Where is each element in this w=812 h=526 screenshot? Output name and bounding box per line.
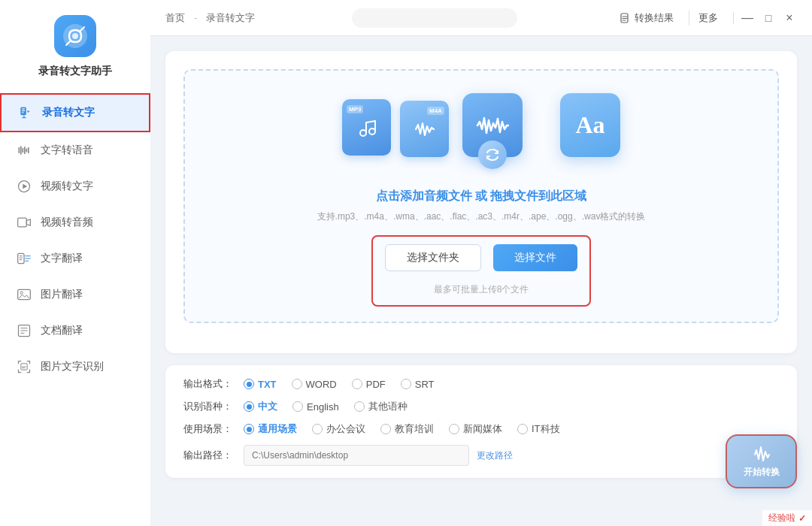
topbar-right: 转换结果 更多 — □ × [614, 8, 797, 28]
scene-it[interactable]: IT科技 [517, 422, 560, 436]
video-to-audio-icon [15, 213, 33, 231]
format-word-radio[interactable] [292, 379, 302, 389]
format-txt-radio[interactable] [244, 379, 254, 389]
sidebar-item-video-to-text[interactable]: 视频转文字 [0, 168, 150, 204]
main-content: 首页 - 录音转文字 转换结果 更多 — □ × [150, 0, 812, 526]
scene-office[interactable]: 办公会议 [312, 422, 365, 436]
convert-arrow-decoration [478, 141, 507, 169]
upload-main-text: 点击添加音频文件 或 拖拽文件到此区域 [376, 189, 587, 204]
text-block: Aa [560, 93, 620, 157]
scene-general-radio[interactable] [244, 424, 254, 434]
start-convert-button[interactable]: 开始转换 [726, 434, 797, 488]
upload-area[interactable]: MP3 M4A [183, 69, 779, 323]
format-row: 输出格式： TXT WORD PDF [183, 377, 779, 391]
svg-rect-7 [18, 218, 27, 227]
svg-rect-4 [22, 110, 25, 111]
upload-sub-text: 支持.mp3、.m4a、.wma、.aac、.flac、.ac3、.m4r、.a… [317, 210, 646, 223]
format-pdf-label: PDF [366, 379, 386, 390]
breadcrumb-current: 录音转文字 [206, 11, 255, 25]
lang-english[interactable]: English [292, 401, 339, 413]
lang-other[interactable]: 其他语种 [354, 400, 408, 413]
format-pdf-radio[interactable] [352, 379, 362, 389]
speech-to-text-icon [17, 104, 35, 122]
search-bar-placeholder [352, 8, 517, 28]
sidebar-item-ocr[interactable]: 图片文字识别 [0, 349, 150, 385]
format-srt-label: SRT [415, 379, 435, 390]
select-file-button[interactable]: 选择文件 [493, 244, 577, 271]
close-button[interactable]: × [782, 11, 797, 26]
svg-rect-5 [22, 112, 24, 113]
arrows-icon [485, 147, 500, 162]
svg-point-1 [72, 33, 78, 39]
float-convert-area: 开始转换 [726, 434, 797, 488]
sidebar-item-label: 图片文字识别 [41, 360, 104, 373]
format-srt-radio[interactable] [401, 379, 411, 389]
format-word[interactable]: WORD [292, 379, 337, 390]
scene-education-radio[interactable] [380, 424, 391, 434]
image-translate-icon [15, 286, 33, 304]
lang-english-radio[interactable] [292, 401, 303, 412]
app-logo [54, 15, 96, 57]
sidebar-item-label: 图片翻译 [41, 288, 83, 301]
upload-illustration: MP3 M4A [342, 93, 620, 157]
divider [689, 11, 689, 26]
text-translate-icon [15, 249, 33, 268]
upload-limit-text: 最多可批量上传8个文件 [434, 283, 529, 296]
app-title: 录音转文字助手 [38, 65, 112, 78]
format-pdf[interactable]: PDF [352, 379, 386, 390]
watermark-check: ✓ [798, 513, 806, 524]
scene-news-radio[interactable] [449, 424, 459, 434]
scene-it-radio[interactable] [517, 424, 528, 434]
format-word-label: WORD [306, 379, 337, 390]
convert-result-button[interactable]: 转换结果 [614, 8, 680, 28]
svg-point-15 [369, 128, 375, 135]
svg-point-10 [20, 292, 23, 294]
scene-news-label: 新闻媒体 [463, 422, 502, 436]
minimize-button[interactable]: — [740, 11, 755, 26]
format-label: 输出格式： [183, 377, 244, 391]
options-panel: 输出格式： TXT WORD PDF [165, 365, 797, 478]
lang-chinese[interactable]: 中文 [244, 400, 277, 413]
mp3-tag: MP3 [347, 105, 363, 113]
scene-education[interactable]: 教育培训 [380, 422, 434, 436]
format-txt[interactable]: TXT [244, 379, 277, 390]
sidebar-item-text-translate[interactable]: 文字翻译 [0, 240, 150, 277]
ocr-icon [15, 358, 33, 376]
format-srt[interactable]: SRT [401, 379, 435, 390]
sidebar-item-text-to-speech[interactable]: 文字转语音 [0, 132, 150, 168]
sidebar: 录音转文字助手 录音转文字 [0, 0, 150, 526]
topbar: 首页 - 录音转文字 转换结果 更多 — □ × [150, 0, 812, 36]
change-path-button[interactable]: 更改路径 [477, 449, 513, 462]
lang-chinese-radio[interactable] [244, 401, 254, 412]
maximize-button[interactable]: □ [761, 11, 776, 26]
select-folder-button[interactable]: 选择文件夹 [385, 244, 481, 271]
video-to-text-icon [15, 177, 33, 195]
format-txt-label: TXT [258, 379, 277, 390]
divider2 [733, 12, 734, 24]
path-input[interactable] [244, 445, 469, 466]
watermark: 经验啦 ✓ [762, 510, 812, 526]
file-block-m4a: M4A [400, 101, 449, 157]
lang-label: 识别语种： [183, 400, 244, 413]
lang-other-radio[interactable] [354, 401, 365, 412]
breadcrumb-sep: - [194, 12, 197, 23]
sidebar-item-video-to-audio[interactable]: 视频转音频 [0, 204, 150, 240]
scene-office-radio[interactable] [312, 424, 323, 434]
sidebar-item-speech-to-text[interactable]: 录音转文字 [0, 93, 150, 132]
lang-radio-group: 中文 English 其他语种 [244, 400, 408, 413]
upload-buttons: 选择文件夹 选择文件 [385, 244, 577, 271]
button-group-wrapper: 选择文件夹 选择文件 最多可批量上传8个文件 [371, 235, 591, 307]
scene-news[interactable]: 新闻媒体 [449, 422, 502, 436]
sidebar-item-doc-translate[interactable]: 文档翻译 [0, 313, 150, 349]
more-label[interactable]: 更多 [698, 11, 718, 25]
audio-waveform-icon [476, 114, 509, 137]
music-icon [356, 116, 378, 139]
scene-it-label: IT科技 [532, 422, 560, 436]
sidebar-item-image-translate[interactable]: 图片翻译 [0, 277, 150, 313]
scene-general-label: 通用场景 [258, 422, 297, 436]
file-block-mp3: MP3 [342, 99, 391, 156]
content-area: MP3 M4A [150, 36, 812, 526]
lang-english-label: English [307, 401, 339, 413]
convert-result-label: 转换结果 [635, 11, 674, 25]
scene-general[interactable]: 通用场景 [244, 422, 297, 436]
